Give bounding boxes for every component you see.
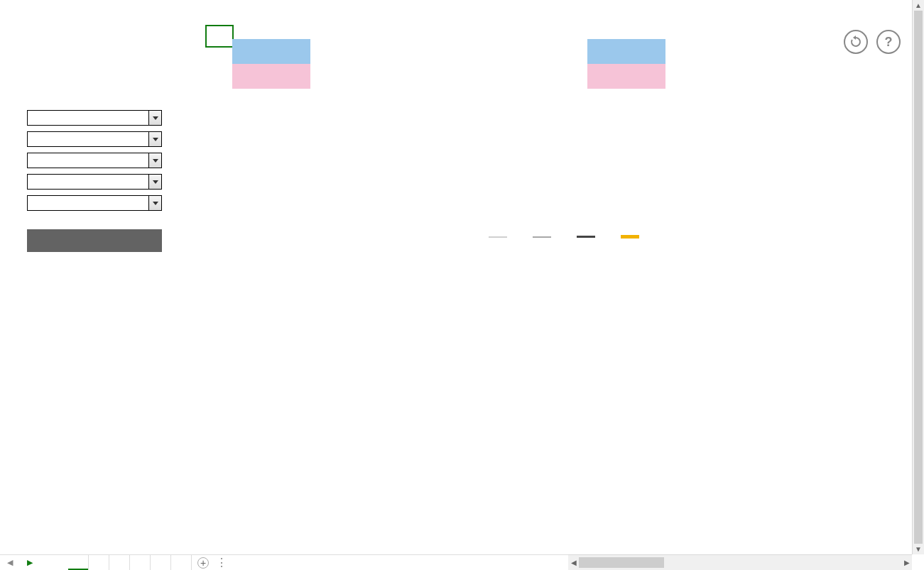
nav-list [0,14,193,90]
label1-dropdown[interactable] [27,110,162,126]
nav-custom-report[interactable] [27,82,193,90]
tab-document-details[interactable] [109,555,130,570]
tab-prev-icon[interactable]: ◀ [0,555,20,570]
nav-solutions[interactable] [27,56,193,65]
tab-document-issues[interactable] [130,555,151,570]
refresh-button[interactable] [27,229,162,252]
legend-office-2013 [621,235,643,239]
nav-telemetry-processor[interactable] [27,65,193,73]
solutions-stable-count [587,39,665,64]
tab-document-sessions[interactable] [151,555,171,570]
tab-overview[interactable] [68,555,89,570]
documents-stable-count [232,39,310,64]
legend-office-2003 [489,235,511,239]
label3-dropdown[interactable] [27,153,162,168]
chevron-down-icon[interactable] [148,132,161,146]
solutions-panel: ? [587,28,900,214]
daterange-dropdown[interactable] [27,195,162,211]
scroll-up-icon[interactable]: ▲ [913,0,924,11]
tab-sol[interactable] [171,555,192,570]
chevron-down-icon[interactable] [148,111,161,125]
solutions-chart [587,93,900,214]
help-icon[interactable]: ? [876,30,901,54]
nav-documents[interactable] [27,48,193,56]
solutions-unstable-count [587,64,665,89]
deployment-panel [232,235,899,391]
scroll-thumb-h[interactable] [579,557,664,568]
tab-documents[interactable] [89,555,109,570]
documents-unstable-count [232,64,310,89]
label4-dropdown[interactable] [27,174,162,190]
tab-menu-icon[interactable]: ⋮ [209,556,234,569]
documents-panel [232,28,545,214]
scroll-thumb-v[interactable] [914,11,923,544]
vertical-scrollbar[interactable]: ▲ ▼ [912,0,924,554]
label2-dropdown[interactable] [27,131,162,147]
scroll-down-icon[interactable]: ▼ [913,544,924,554]
legend-office-2007 [533,235,555,239]
documents-chart [232,93,545,214]
horizontal-scrollbar[interactable]: ◀ ▶ [568,554,912,570]
main-content: ? [193,0,924,553]
deploy-chart [232,242,893,391]
sidebar [0,0,193,553]
nav-overview[interactable] [27,39,193,48]
add-sheet-icon[interactable]: + [197,557,209,569]
chevron-down-icon[interactable] [148,175,161,189]
refresh-icon[interactable] [844,30,868,54]
nav-deployments[interactable] [27,73,193,82]
tab-next-icon[interactable]: ▶ [20,555,40,570]
chevron-down-icon[interactable] [148,153,161,168]
chevron-down-icon[interactable] [148,196,161,210]
legend-office-2010 [577,235,599,239]
scroll-left-icon[interactable]: ◀ [568,557,579,568]
deploy-legend [232,235,899,239]
scroll-right-icon[interactable]: ▶ [901,557,912,568]
query-section [0,90,193,255]
